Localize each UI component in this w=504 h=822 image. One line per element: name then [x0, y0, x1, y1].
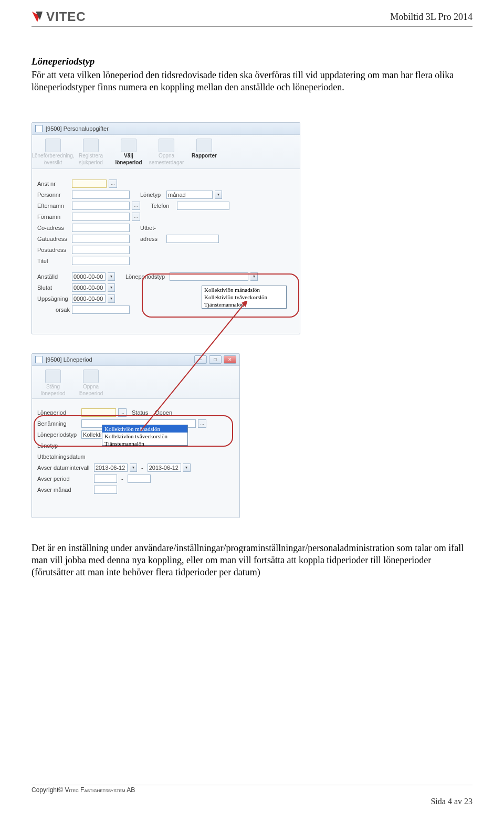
highlight-ring-2 [34, 415, 233, 447]
input-efternamn[interactable] [72, 202, 130, 210]
label-lonetyp: Lönetyp [140, 192, 164, 198]
label-personnr: Personnr [37, 192, 70, 198]
tbtn-label: Välj [124, 153, 133, 159]
toolbar-2: Stänglöneperiod Öppnalöneperiod [32, 366, 239, 399]
label-orsak: orsak [37, 307, 70, 313]
footer-page-number: Sida 4 av 23 [32, 797, 472, 806]
window-controls: – □ ✕ [194, 355, 236, 364]
date-dropdown[interactable]: ▾ [130, 463, 137, 472]
window-icon [35, 125, 43, 132]
input-orsak[interactable] [72, 305, 130, 314]
label-uppsagning: Uppsägning [37, 296, 70, 302]
tbtn-label: Rapporter [192, 153, 217, 159]
label-slutat: Slutat [37, 284, 70, 291]
tbtn-icon [121, 139, 136, 152]
label-postadress: Postadress [37, 247, 70, 253]
tbtn-label: Stäng [46, 384, 60, 390]
maximize-button[interactable]: □ [209, 355, 222, 364]
label-utbetadress2: adress [140, 236, 164, 242]
input-postadress[interactable] [72, 246, 130, 254]
input-lonetyp[interactable]: månad [166, 191, 213, 199]
tbtn-oppna-loneperiod[interactable]: Öppnalöneperiod [73, 368, 109, 398]
logo-icon [32, 11, 43, 23]
date-dropdown[interactable]: ▾ [183, 463, 191, 472]
window-title-2: [9500] Löneperiod [46, 356, 92, 363]
label-telefon: Telefon [151, 203, 175, 209]
label-avser-manad: Avser månad [37, 487, 92, 493]
lookup-button[interactable]: … [132, 202, 140, 210]
footer-copyright: Copyright© [32, 786, 65, 794]
tbtn-label: sjukperiod [79, 160, 103, 166]
tbtn-loneforberedning[interactable]: Löneförberedning,översikt [35, 137, 71, 168]
paragraph-1: För att veta vilken löneperiod den tidsr… [32, 69, 472, 93]
tbtn-label: löneperiod [79, 391, 103, 397]
input-slutat[interactable]: 0000-00-00 [72, 283, 106, 292]
label-anstald: Anställd [37, 273, 70, 280]
tbtn-stang-loneperiod[interactable]: Stänglöneperiod [35, 368, 71, 398]
input-avser-manad[interactable] [94, 486, 117, 494]
tbtn-label: Öppna [159, 153, 174, 159]
date-dropdown[interactable]: ▾ [108, 283, 115, 292]
label-fornamn: Förnamn [37, 214, 70, 220]
page-header: VITEC Mobiltid 3L Pro 2014 [32, 9, 472, 27]
screenshot-area: [9500] Personaluppgifter Löneförberednin… [32, 122, 315, 526]
close-button[interactable]: ✕ [224, 355, 236, 364]
input-avser-period-2[interactable] [128, 475, 151, 483]
tbtn-label: Öppna [83, 384, 99, 390]
input-uppsagning[interactable]: 0000-00-00 [72, 294, 106, 303]
label-dash: - [139, 465, 145, 471]
tbtn-label: löneperiod [41, 391, 66, 397]
lookup-button[interactable]: … [109, 180, 117, 188]
input-personnr[interactable] [72, 191, 130, 199]
page-footer: Copyright© Vitec Fastighetssystem AB Sid… [32, 785, 472, 806]
input-telefon[interactable] [177, 202, 229, 210]
label-coadress: Co-adress [37, 225, 70, 231]
brand-logo: VITEC [32, 9, 86, 24]
page: VITEC Mobiltid 3L Pro 2014 Löneperiodsty… [0, 0, 504, 822]
tbtn-icon [196, 139, 212, 152]
highlight-ring-1 [142, 273, 299, 318]
tbtn-label: semesterdagar [149, 160, 184, 166]
input-utbetadress[interactable] [166, 235, 219, 243]
tbtn-icon [159, 139, 174, 152]
window-icon [35, 356, 43, 363]
lookup-button[interactable]: … [132, 213, 140, 221]
label-avser-intervall: Avser datumintervall [37, 465, 92, 471]
tbtn-icon [45, 139, 61, 152]
label-utbetalningsdatum: Utbetalningsdatum [37, 454, 92, 460]
label-utbetadress: Utbet- [140, 225, 164, 231]
form-2: Löneperiod … Status Öppen Benämning … Lö… [32, 399, 239, 499]
label-dash: - [119, 476, 125, 482]
tbtn-oppna-semester[interactable]: Öppnasemesterdagar [149, 137, 184, 168]
input-anst-nr[interactable] [72, 180, 107, 188]
input-date-to[interactable]: 2013-06-12 [148, 463, 181, 472]
toolbar-1: Löneförberedning,översikt Registrerasjuk… [32, 135, 300, 169]
input-anstald[interactable]: 0000-00-00 [72, 272, 106, 281]
dropdown-lonetyp[interactable]: ▾ [215, 191, 222, 199]
titlebar-2: [9500] Löneperiod – □ ✕ [32, 354, 239, 366]
paragraph-2: Det är en inställning under användare/in… [32, 542, 472, 578]
titlebar-1: [9500] Personaluppgifter [32, 123, 300, 135]
label-avser-period: Avser period [37, 476, 92, 482]
input-gatuadress[interactable] [72, 235, 130, 243]
tbtn-label: Registrera [79, 153, 103, 159]
brand-text: VITEC [46, 9, 86, 24]
footer-company: Vitec Fastighetssystem AB [65, 786, 135, 794]
minimize-button[interactable]: – [194, 355, 207, 364]
tbtn-registrera[interactable]: Registrerasjukperiod [73, 137, 109, 168]
input-fornamn[interactable] [72, 213, 130, 221]
section-title: Löneperiodstyp [32, 56, 472, 67]
tbtn-rapporter[interactable]: Rapporter [186, 137, 222, 168]
label-efternamn: Efternamn [37, 203, 70, 209]
tbtn-label: Löneförberedning, [32, 153, 74, 159]
input-titel[interactable] [72, 257, 130, 265]
window-title-1: [9500] Personaluppgifter [46, 125, 109, 132]
input-avser-period-1[interactable] [94, 475, 117, 483]
date-dropdown[interactable]: ▾ [108, 272, 115, 281]
label-titel: Titel [37, 258, 70, 264]
input-coadress[interactable] [72, 224, 130, 232]
tbtn-icon [83, 139, 99, 152]
tbtn-valj-loneperiod[interactable]: Väljlöneperiod [111, 137, 146, 168]
date-dropdown[interactable]: ▾ [108, 294, 115, 303]
input-date-from[interactable]: 2013-06-12 [94, 463, 128, 472]
